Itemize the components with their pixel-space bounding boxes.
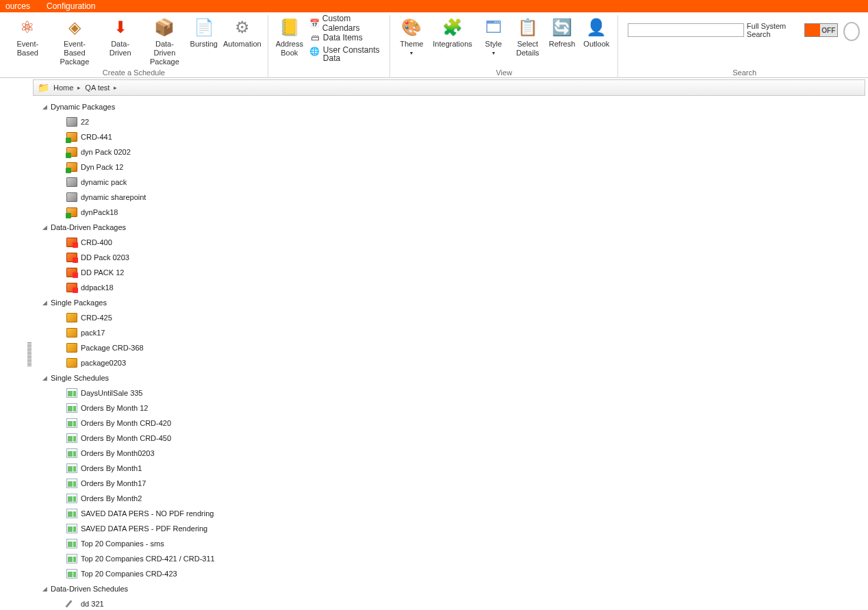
tree-item[interactable]: Dyn Pack 12 xyxy=(36,160,865,175)
tree-group[interactable]: ◢Data-Driven Schedules xyxy=(36,581,865,596)
outlook-button[interactable]: 👤 Outlook xyxy=(579,15,613,49)
user-constants-button[interactable]: 🌐 User Constants Data xyxy=(307,45,386,63)
style-button[interactable]: 🗔 Style ▾ xyxy=(476,15,511,56)
search-input[interactable] xyxy=(628,23,743,37)
custom-calendars-button[interactable]: 📅 Custom Calendars xyxy=(307,16,386,30)
tree-item[interactable]: Top 20 Companies CRD-423 xyxy=(36,566,865,581)
event-based-button[interactable]: ⚛ Event-Based xyxy=(4,15,51,58)
tree-item-label: Orders By Month 12 xyxy=(81,404,148,412)
breadcrumb-home[interactable]: Home xyxy=(53,84,73,92)
atom-icon: ⚛ xyxy=(16,16,38,38)
tree-item[interactable]: Top 20 Companies - sms xyxy=(36,536,865,551)
item-icon xyxy=(66,146,78,158)
collapse-icon: ◢ xyxy=(41,299,48,306)
tree-group[interactable]: ◢Single Packages xyxy=(36,295,865,310)
outlook-icon: 👤 xyxy=(585,16,607,38)
tree-item-label: dynamic pack xyxy=(81,178,127,186)
tree-item[interactable]: Orders By Month 12 xyxy=(36,401,865,416)
tree-item[interactable]: dd 321 xyxy=(36,596,865,610)
collapse-icon: ◢ xyxy=(41,585,48,592)
data-items-button[interactable]: 🗃 Data Items xyxy=(307,31,386,45)
tree-item-label: dd 321 xyxy=(81,600,104,608)
database-icon: 🗃 xyxy=(309,32,320,43)
tree-item[interactable]: package0203 xyxy=(36,355,865,370)
select-details-button[interactable]: 📋 Select Details xyxy=(511,15,545,58)
full-system-search-toggle[interactable]: OFF xyxy=(804,23,838,37)
tree-item-label: DD PACK 12 xyxy=(81,268,124,277)
tree-item[interactable]: 22 xyxy=(36,114,865,129)
windows-icon: 🗔 xyxy=(483,16,505,38)
tree-item[interactable]: SAVED DATA PERS - NO PDF rendring xyxy=(36,506,865,521)
tree-item-label: dynamic sharepoint xyxy=(81,193,146,201)
item-icon xyxy=(66,537,78,550)
item-icon xyxy=(66,176,78,188)
tree-item-label: SAVED DATA PERS - PDF Rendering xyxy=(81,524,207,533)
item-icon xyxy=(66,568,78,580)
bursting-button[interactable]: 📄 Bursting xyxy=(187,15,221,49)
chevron-right-icon: ▸ xyxy=(114,84,117,91)
automation-button[interactable]: ⚙ Automation xyxy=(221,15,264,49)
breadcrumb-qatest[interactable]: QA test xyxy=(85,84,110,92)
tree-item-label: Orders By Month1 xyxy=(81,464,142,472)
theme-button[interactable]: 🎨 Theme ▾ xyxy=(394,15,429,56)
tree-item[interactable]: DD PACK 12 xyxy=(36,265,865,280)
event-based-package-button[interactable]: ◈ Event-Based Package xyxy=(51,15,99,66)
tree-item-label: dyn Pack 0202 xyxy=(81,148,131,156)
tree-item-label: Top 20 Companies - sms xyxy=(81,539,164,548)
calendar-icon: 📅 xyxy=(309,18,320,29)
tree-item[interactable]: CRD-425 xyxy=(36,310,865,325)
tree-item-label: Orders By Month CRD-450 xyxy=(81,434,171,442)
data-driven-package-button[interactable]: 📦 Data-Driven Package xyxy=(142,15,187,66)
tree-item[interactable]: dyn Pack 0202 xyxy=(36,144,865,160)
tree-item[interactable]: SAVED DATA PERS - PDF Rendering xyxy=(36,521,865,536)
book-icon: 📒 xyxy=(279,16,301,38)
tree-item-label: Top 20 Companies CRD-423 xyxy=(81,570,177,578)
tree-group[interactable]: ◢Data-Driven Packages xyxy=(36,220,865,235)
tree-item[interactable]: Package CRD-368 xyxy=(36,340,865,355)
item-icon xyxy=(66,387,78,399)
tree-group-label: Single Schedules xyxy=(51,374,109,382)
tree-item-label: Package CRD-368 xyxy=(81,344,144,352)
tree-item-label: Orders By Month17 xyxy=(81,479,146,487)
tree-item[interactable]: DD Pack 0203 xyxy=(36,250,865,265)
item-icon xyxy=(66,402,78,414)
tree-item[interactable]: dynPack18 xyxy=(36,205,865,220)
tree-item[interactable]: Orders By Month2 xyxy=(36,491,865,506)
tree-item[interactable]: pack17 xyxy=(36,325,865,340)
tree-item[interactable]: CRD-400 xyxy=(36,235,865,250)
tree-item[interactable]: ddpack18 xyxy=(36,280,865,295)
refresh-button[interactable]: 🔄 Refresh xyxy=(545,15,580,49)
item-icon xyxy=(66,492,78,505)
list-icon: 📋 xyxy=(517,16,539,38)
toggle-on-indicator xyxy=(805,24,820,36)
puzzle-icon: 🧩 xyxy=(442,16,463,38)
tree-item[interactable]: CRD-441 xyxy=(36,129,865,144)
tree-item[interactable]: Orders By Month CRD-420 xyxy=(36,416,865,431)
item-icon xyxy=(66,342,78,354)
tree-item[interactable]: Orders By Month CRD-450 xyxy=(36,431,865,446)
tree-group-label: Data-Driven Packages xyxy=(51,223,126,231)
search-go-icon[interactable] xyxy=(843,22,860,41)
tree-item[interactable]: Orders By Month1 xyxy=(36,461,865,476)
integrations-button[interactable]: 🧩 Integrations xyxy=(429,15,476,49)
menu-resources[interactable]: ources xyxy=(5,1,30,11)
tree-group[interactable]: ◢Single Schedules xyxy=(36,370,865,385)
palette-icon: 🎨 xyxy=(400,16,422,38)
chevron-right-icon: ▸ xyxy=(77,84,81,91)
data-driven-button[interactable]: ⬇ Data-Driven xyxy=(98,15,142,58)
ribbon: ⚛ Event-Based ◈ Event-Based Package ⬇ Da… xyxy=(0,12,868,78)
ribbon-group-search: Full System Search OFF Search xyxy=(618,15,868,78)
tree-item[interactable]: Orders By Month17 xyxy=(36,476,865,491)
sidebar-collapse-gutter[interactable] xyxy=(27,96,33,602)
tree-item[interactable]: DaysUntilSale 335 xyxy=(36,385,865,401)
tree-item-label: dynPack18 xyxy=(81,208,118,216)
tree-item-label: package0203 xyxy=(81,359,126,367)
tree-group[interactable]: ◢Dynamic Packages xyxy=(36,99,865,114)
tree-item[interactable]: Top 20 Companies CRD-421 / CRD-311 xyxy=(36,551,865,566)
tree-item[interactable]: Orders By Month0203 xyxy=(36,446,865,461)
address-book-button[interactable]: 📒 Address Book xyxy=(272,15,307,58)
tree-item[interactable]: dynamic sharepoint xyxy=(36,190,865,205)
item-icon xyxy=(66,417,78,429)
tree-item[interactable]: dynamic pack xyxy=(36,175,865,190)
menu-configuration[interactable]: Configuration xyxy=(47,1,95,11)
